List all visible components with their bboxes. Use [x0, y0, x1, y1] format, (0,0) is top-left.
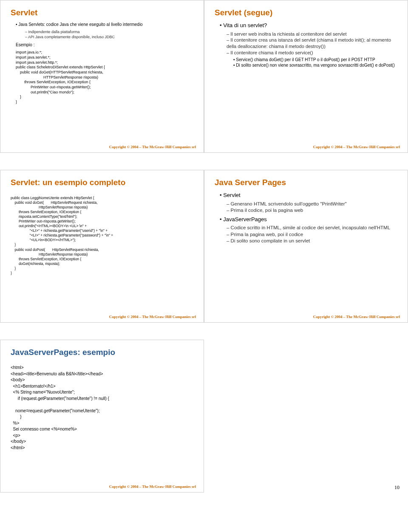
- sub-bullet: Il server web inoltra la richiesta al co…: [227, 31, 397, 37]
- sub-bullet: Il contenitore chiama il metodo service(…: [227, 50, 397, 56]
- bullet: Servlet: [220, 191, 397, 199]
- code-block: public class LeggiNomeUtente extends Htt…: [11, 196, 193, 276]
- bullet: JavaServerPages: [220, 216, 397, 223]
- slide-body: Java Servlets: codice Java che viene ese…: [11, 22, 193, 105]
- slide-jsp-esempio: JavaServerPages: esempio <html> <head><t…: [0, 340, 204, 493]
- page-number: 10: [394, 484, 400, 491]
- slide-title: JavaServerPages: esempio: [11, 348, 193, 357]
- sub-bullet: Codice scritto in HTML, simile al codice…: [227, 225, 397, 231]
- sub2-bullet: Di solito service() non viene sovrascrit…: [233, 62, 397, 68]
- copyright-footer: Copyright © 2004 – The McGraw-Hill Compa…: [313, 145, 400, 149]
- slide-jsp: Java Server Pages Servlet Generano HTML …: [204, 170, 408, 323]
- sub-bullet: Il contenitore crea una istanza del serv…: [227, 37, 397, 50]
- slide-title: Servlet: un esempio completo: [11, 178, 193, 187]
- copyright-footer: Copyright © 2004 – The McGraw-Hill Compa…: [109, 484, 196, 489]
- slide-title: Servlet (segue): [215, 8, 397, 17]
- sub2-bullet: Service() chiama doGet() per il GET HTTP…: [233, 57, 397, 63]
- bullet: Java Servlets: codice Java che viene ese…: [16, 22, 193, 28]
- slide-esempio-completo: Servlet: un esempio completo public clas…: [0, 170, 204, 323]
- sub-bullet: Indipendente dalla piattaforma: [25, 29, 193, 34]
- bullet: Vita di un servlet?: [220, 22, 397, 29]
- label-esempio: Esempio :: [11, 42, 193, 48]
- copyright-footer: Copyright © 2004 – The McGraw-Hill Compa…: [109, 145, 196, 149]
- code-block: import java.io.*; import java.servlet.*;…: [11, 50, 193, 105]
- sub-bullet: Prima il codice, poi la pagina web: [227, 207, 397, 214]
- slide-title: Servlet: [11, 8, 193, 17]
- sub-bullet: Di solito sono compilate in un servlet: [227, 238, 397, 245]
- sub-bullet: API Java completamente disponibile, incl…: [25, 34, 193, 39]
- sub-bullet: Generano HTML scrivendolo sull'oggetto "…: [227, 201, 397, 208]
- copyright-footer: Copyright © 2004 – The McGraw-Hill Compa…: [313, 315, 400, 319]
- slide-title: Java Server Pages: [215, 178, 397, 187]
- slide-body: Servlet Generano HTML scrivendolo sull'o…: [215, 191, 397, 245]
- slide-body: Vita di un servlet? Il server web inoltr…: [215, 22, 397, 68]
- code-block: <html> <head><title>Benvenuto alla B&N</…: [11, 365, 193, 451]
- slide-servlet: Servlet Java Servlets: codice Java che v…: [0, 0, 204, 153]
- copyright-footer: Copyright © 2004 – The McGraw-Hill Compa…: [109, 315, 196, 319]
- sub-bullet: Prima la pagina web, poi il codice: [227, 231, 397, 238]
- slide-servlet-segue: Servlet (segue) Vita di un servlet? Il s…: [204, 0, 408, 153]
- empty-cell: [204, 340, 408, 493]
